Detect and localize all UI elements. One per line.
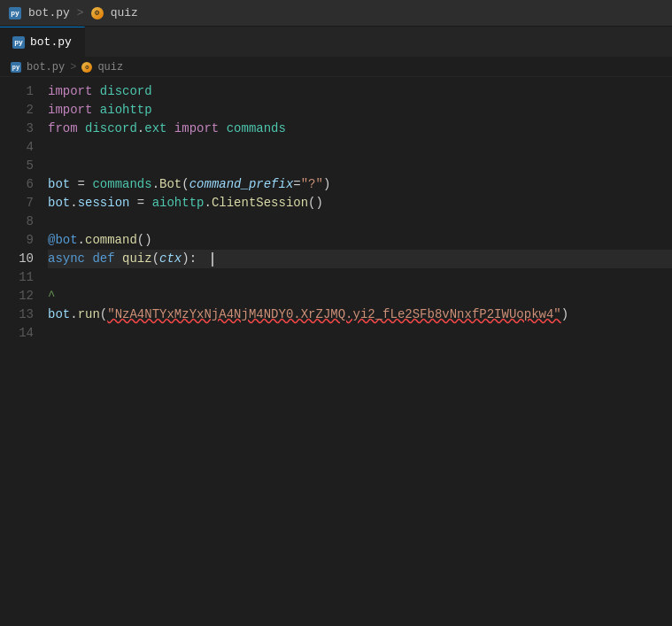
string-token: "NzA4NTYxMzYxNjA4NjM4NDY0.XrZJMQ.yi2_fLe…: [107, 305, 560, 324]
tab-bar: py bot.py: [0, 27, 672, 58]
func-client-session: ClientSession: [212, 194, 308, 213]
func-bot: Bot: [159, 175, 182, 194]
breadcrumb-separator: >: [70, 61, 76, 73]
kw-import-3: import: [174, 120, 219, 138]
code-line-12: ^: [48, 287, 672, 305]
line-numbers: 1 2 3 4 5 6 7 8 9 10 11 12 13 14: [0, 77, 44, 626]
code-line-5: [48, 157, 672, 175]
breadcrumb: py bot.py > ⚙ quiz: [0, 58, 672, 77]
var-bot-3: bot: [48, 305, 70, 324]
code-area[interactable]: import discord import aiohttp from disco…: [44, 77, 672, 626]
title-filename: bot.py: [28, 6, 70, 19]
ln-2: 2: [0, 101, 34, 120]
code-line-14: [48, 324, 672, 343]
ln-6: 6: [0, 175, 34, 194]
module-discord-ext: discord: [85, 120, 137, 138]
param-command-prefix: command_prefix: [189, 175, 294, 194]
module-aiohttp: aiohttp: [100, 101, 152, 120]
tab-label: bot.py: [30, 35, 72, 49]
ln-7: 7: [0, 194, 34, 213]
kw-async: async: [48, 250, 85, 268]
string-prefix: "?": [301, 175, 323, 194]
code-line-8: [48, 213, 672, 231]
code-line-1: import discord: [48, 82, 672, 101]
ln-12: 12: [0, 287, 34, 305]
ln-13: 13: [0, 305, 34, 324]
func-quiz: quiz: [122, 250, 152, 268]
module-aiohttp-2: aiohttp: [152, 194, 205, 213]
code-line-2: import aiohttp: [48, 101, 672, 120]
code-line-7: bot . session = aiohttp . ClientSession …: [48, 194, 672, 213]
func-run: run: [78, 305, 100, 324]
caret-symbol: ^: [48, 287, 55, 305]
kw-from: from: [48, 120, 78, 138]
code-line-11: [48, 268, 672, 287]
title-quiz-icon: ⚙: [91, 7, 104, 19]
code-line-6: bot = commands . Bot ( command_prefix = …: [48, 175, 672, 194]
title-py-icon: py: [9, 7, 21, 19]
ln-14: 14: [0, 324, 34, 343]
title-bar: py bot.py > ⚙ quiz: [0, 0, 672, 27]
text-cursor: [212, 252, 213, 267]
decorator-command: command: [85, 231, 137, 250]
decorator-at: @bot: [48, 231, 78, 250]
editor-container: 1 2 3 4 5 6 7 8 9 10 11 12 13 14 import …: [0, 77, 672, 626]
ln-5: 5: [0, 157, 34, 175]
ln-1: 1: [0, 82, 34, 101]
var-bot-2: bot: [48, 194, 70, 213]
ln-3: 3: [0, 120, 34, 138]
var-bot: bot: [48, 175, 70, 194]
tab-bot-py[interactable]: py bot.py: [0, 27, 85, 57]
breadcrumb-py-icon: py: [11, 62, 21, 73]
title-section: quiz: [111, 6, 138, 19]
tab-py-icon: py: [12, 36, 25, 49]
ln-11: 11: [0, 268, 34, 287]
code-line-4: [48, 138, 672, 157]
attr-session: session: [78, 194, 130, 213]
ref-commands: commands: [92, 175, 151, 194]
code-line-3: from discord . ext import commands: [48, 120, 672, 138]
ln-4: 4: [0, 138, 34, 157]
code-line-13: bot . run ( "NzA4NTYxMzYxNjA4NjM4NDY0.Xr…: [48, 305, 672, 324]
module-ext: ext: [144, 120, 166, 138]
breadcrumb-file: bot.py: [27, 61, 65, 73]
module-commands: commands: [227, 120, 286, 138]
code-line-10: async def quiz ( ctx ):: [48, 250, 672, 268]
title-separator: >: [77, 6, 84, 19]
code-line-9: @bot . command (): [48, 231, 672, 250]
kw-import-2: import: [48, 101, 92, 120]
module-discord: discord: [100, 82, 152, 101]
ln-9: 9: [0, 231, 34, 250]
param-ctx: ctx: [159, 250, 182, 268]
breadcrumb-symbol: quiz: [97, 61, 123, 73]
kw-def: def: [92, 250, 114, 268]
breadcrumb-quiz-icon: ⚙: [81, 62, 92, 73]
ln-8: 8: [0, 213, 34, 231]
ln-10: 10: [0, 250, 34, 268]
kw-import-1: import: [48, 82, 92, 101]
